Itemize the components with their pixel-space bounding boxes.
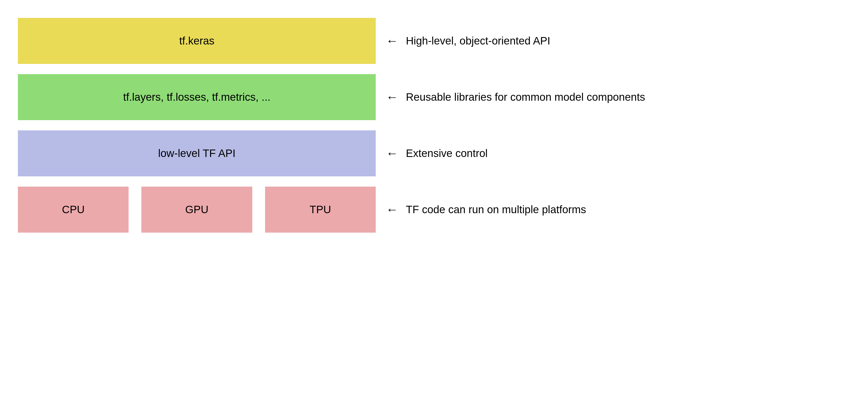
lowlevel-description: Extensive control [406,147,488,159]
lowlevel-label: low-level TF API [158,147,236,159]
arrow-left-icon: ← [386,147,398,159]
lowlevel-block: low-level TF API [18,130,376,176]
hardware-blocks: CPU GPU TPU [18,187,376,233]
tensorflow-api-hierarchy-diagram: tf.keras ← High-level, object-oriented A… [18,18,850,233]
libraries-description: Reusable libraries for common model comp… [406,91,645,103]
gpu-block: GPU [141,187,252,233]
block-area: low-level TF API [18,130,376,176]
arrow-left-icon: ← [386,91,398,103]
lowlevel-annotation: ← Extensive control [386,147,488,159]
arrow-left-icon: ← [386,204,398,216]
layer-row-lowlevel: low-level TF API ← Extensive control [18,130,850,176]
layer-row-libraries: tf.layers, tf.losses, tf.metrics, ... ← … [18,74,850,120]
layer-row-keras: tf.keras ← High-level, object-oriented A… [18,18,850,64]
keras-block: tf.keras [18,18,376,64]
libraries-annotation: ← Reusable libraries for common model co… [386,91,645,103]
hardware-annotation: ← TF code can run on multiple platforms [386,204,586,216]
block-area: tf.layers, tf.losses, tf.metrics, ... [18,74,376,120]
tpu-label: TPU [310,204,331,216]
cpu-block: CPU [18,187,129,233]
arrow-left-icon: ← [386,35,398,47]
keras-annotation: ← High-level, object-oriented API [386,35,550,47]
libraries-label: tf.layers, tf.losses, tf.metrics, ... [123,91,271,103]
tpu-block: TPU [265,187,376,233]
layer-row-hardware: CPU GPU TPU ← TF code can run on multipl… [18,187,850,233]
hardware-description: TF code can run on multiple platforms [406,204,586,216]
block-area: tf.keras [18,18,376,64]
block-area: CPU GPU TPU [18,187,376,233]
keras-description: High-level, object-oriented API [406,35,550,47]
keras-label: tf.keras [179,35,214,47]
cpu-label: CPU [62,204,85,216]
gpu-label: GPU [185,204,208,216]
libraries-block: tf.layers, tf.losses, tf.metrics, ... [18,74,376,120]
